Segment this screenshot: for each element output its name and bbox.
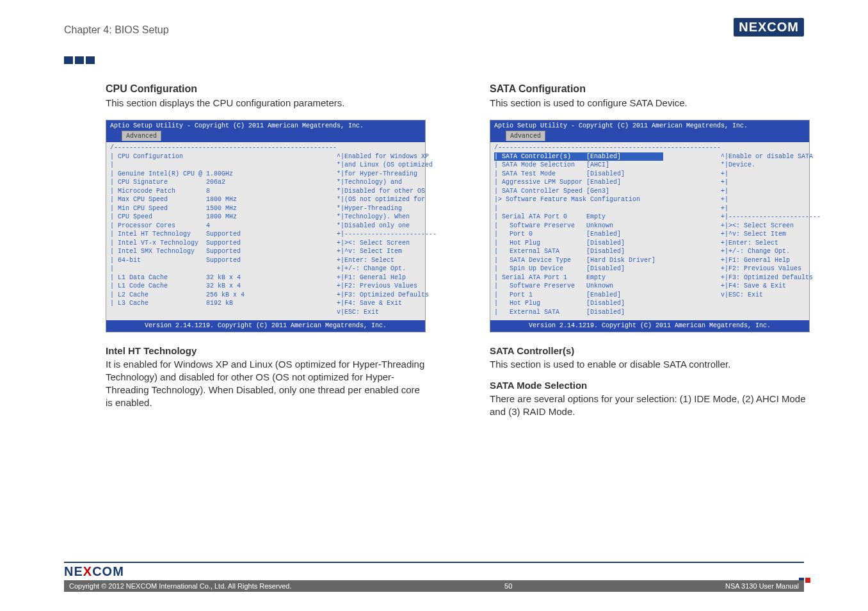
intel-ht-text: It is enabled for Windows XP and Linux (… [106,358,426,410]
footer-page-number: 50 [504,582,512,590]
sata-mode-text: There are several options for your selec… [490,393,810,419]
footer-brand-logo: NEXCOM [64,564,124,579]
sata-bios-screenshot: Aptio Setup Utility - Copyright (C) 2011… [490,120,810,332]
sata-controllers-text: This section is used to enable or disabl… [490,358,810,371]
sata-config-desc: This section is used to configure SATA D… [490,97,810,108]
cpu-config-desc: This section displays the CPU configurat… [106,97,426,108]
page-footer: NEXCOM Copyright © 2012 NEXCOM Internati… [64,562,804,592]
logo-post: COM [92,564,124,578]
left-column: CPU Configuration This section displays … [106,83,426,427]
footer-copyright: Copyright © 2012 NEXCOM International Co… [69,582,291,590]
brand-logo-top: NEXCOM [734,18,804,37]
chapter-header: Chapter 4: BIOS Setup [64,24,169,36]
bios-tab-advanced: Advanced [122,131,161,142]
logo-post: COM [767,20,799,34]
cpu-config-title: CPU Configuration [106,83,426,95]
intel-ht-title: Intel HT Technology [106,345,426,356]
sata-mode-title: SATA Mode Selection [490,380,810,391]
logo-pre: NE [739,20,758,34]
footer-manual-name: NSA 3130 User Manual [725,582,799,590]
logo-x: X [758,20,767,34]
bios-footer: Version 2.14.1219. Copyright (C) 2011 Am… [490,320,809,332]
logo-pre: NE [64,564,83,578]
logo-x: X [83,564,92,578]
bios-title-text: Aptio Setup Utility - Copyright (C) 2011… [110,122,364,129]
bios-footer: Version 2.14.1219. Copyright (C) 2011 Am… [106,320,425,332]
bios-titlebar: Aptio Setup Utility - Copyright (C) 2011… [106,120,425,142]
cpu-bios-screenshot: Aptio Setup Utility - Copyright (C) 2011… [106,120,426,332]
sata-controllers-title: SATA Controller(s) [490,345,810,356]
bios-tab-advanced: Advanced [506,131,545,142]
decorative-flags [64,56,95,64]
sata-config-title: SATA Configuration [490,83,810,95]
bios-title-text: Aptio Setup Utility - Copyright (C) 2011… [494,122,748,129]
right-column: SATA Configuration This section is used … [490,83,810,427]
bios-titlebar: Aptio Setup Utility - Copyright (C) 2011… [490,120,809,142]
